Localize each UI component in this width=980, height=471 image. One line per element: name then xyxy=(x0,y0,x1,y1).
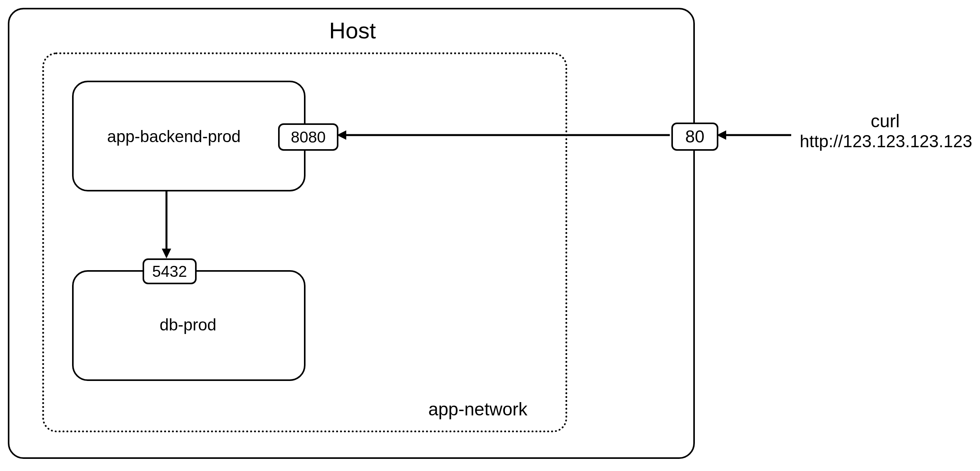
db-port-badge: 5432 xyxy=(143,258,197,284)
arrow-host-to-backend xyxy=(337,129,670,145)
svg-marker-3 xyxy=(337,130,346,140)
client-command-line2: http://123.123.123.123 xyxy=(792,132,980,151)
backend-port-badge: 8080 xyxy=(278,123,338,151)
backend-container-label: app-backend-prod xyxy=(96,127,252,146)
svg-marker-1 xyxy=(717,130,726,140)
host-port-badge: 80 xyxy=(671,123,718,151)
arrow-client-to-host xyxy=(717,129,791,145)
arrow-backend-to-db xyxy=(161,190,176,258)
db-container-label: db-prod xyxy=(137,316,239,334)
host-title: Host xyxy=(313,17,392,43)
svg-marker-5 xyxy=(162,249,171,258)
network-label: app-network xyxy=(411,399,544,420)
client-command-line1: curl xyxy=(815,110,956,132)
diagram-canvas: Host app-network app-backend-prod 8080 d… xyxy=(0,0,980,471)
